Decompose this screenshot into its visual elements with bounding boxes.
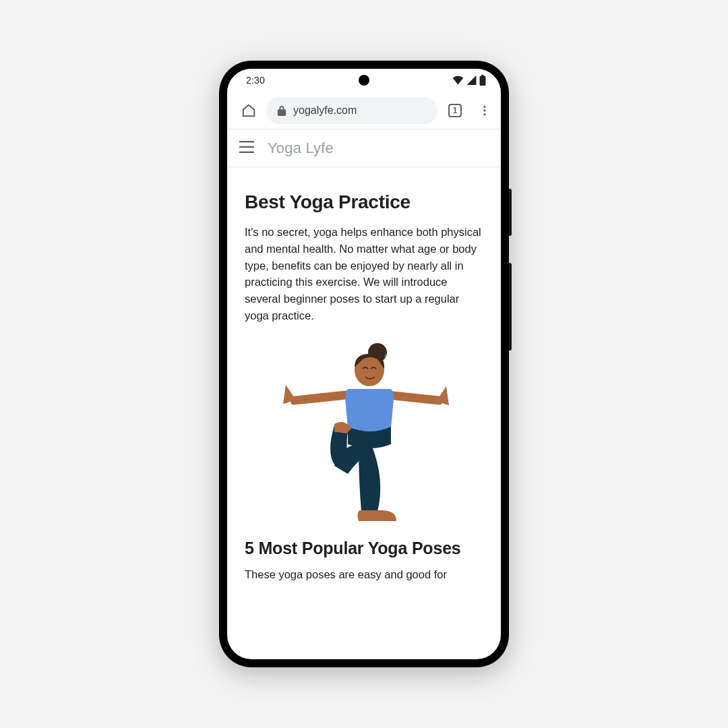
svg-rect-4 bbox=[239, 146, 254, 147]
browser-menu-button[interactable] bbox=[473, 98, 497, 123]
article-subintro: These yoga poses are easy and good for bbox=[245, 566, 483, 583]
site-brand: Yoga Lyfe bbox=[268, 140, 334, 157]
url-text: yogalyfe.com bbox=[293, 104, 357, 117]
hamburger-icon bbox=[239, 141, 254, 153]
more-vert-icon bbox=[478, 104, 491, 117]
yoga-illustration bbox=[245, 338, 483, 526]
svg-point-2 bbox=[483, 113, 485, 115]
address-bar[interactable]: yogalyfe.com bbox=[266, 97, 437, 124]
site-menu-button[interactable] bbox=[239, 141, 254, 156]
camera-punch-hole bbox=[359, 75, 369, 86]
battery-icon bbox=[479, 75, 486, 86]
site-header: Yoga Lyfe bbox=[227, 129, 501, 167]
svg-point-0 bbox=[483, 105, 485, 107]
home-button[interactable] bbox=[237, 98, 261, 123]
phone-side-button bbox=[509, 189, 512, 236]
article-subtitle: 5 Most Popular Yoga Poses bbox=[245, 539, 483, 558]
tabs-count: 1 bbox=[453, 106, 458, 115]
article-intro: It's no secret, yoga helps enhance both … bbox=[245, 224, 483, 324]
phone-side-button bbox=[509, 263, 512, 351]
yoga-figure-icon bbox=[270, 338, 458, 526]
article-title: Best Yoga Practice bbox=[245, 191, 483, 213]
article-content[interactable]: Best Yoga Practice It's no secret, yoga … bbox=[227, 167, 501, 659]
status-icons bbox=[452, 75, 486, 86]
cellular-icon bbox=[466, 75, 477, 85]
status-time: 2:30 bbox=[246, 75, 265, 86]
svg-point-1 bbox=[483, 109, 485, 111]
svg-rect-5 bbox=[239, 151, 254, 152]
lock-icon bbox=[277, 105, 286, 116]
tabs-count-badge: 1 bbox=[448, 104, 462, 117]
svg-rect-3 bbox=[239, 141, 254, 142]
home-icon bbox=[241, 103, 256, 118]
phone-frame: 2:30 yogalyfe.com 1 bbox=[219, 61, 509, 667]
phone-screen: 2:30 yogalyfe.com 1 bbox=[227, 69, 501, 659]
tabs-button[interactable]: 1 bbox=[443, 98, 467, 123]
wifi-icon bbox=[452, 75, 464, 85]
browser-toolbar: yogalyfe.com 1 bbox=[227, 92, 501, 129]
